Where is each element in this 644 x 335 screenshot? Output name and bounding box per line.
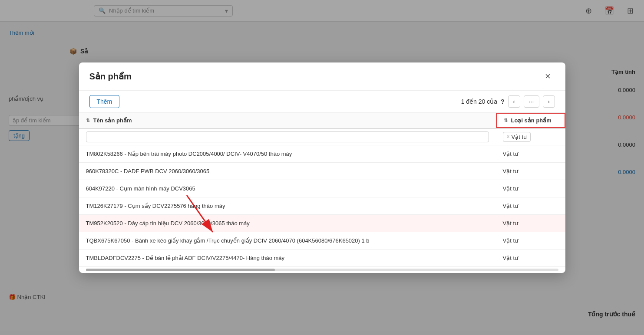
table-row[interactable]: 604K97220 - Cụm màn hình máy DCV3065 Vật… — [79, 180, 565, 197]
dialog-toolbar: Thêm 1 đến 20 của ? ‹ ··· › — [79, 91, 565, 113]
td-product-name: TM126K27179 - Cụm sấy DCV2275576 hàng th… — [79, 197, 496, 214]
th-product-type: ⇅ Loại sản phẩm — [496, 113, 565, 128]
td-product-type: Vật tư — [496, 250, 565, 266]
filter-row: × Vật tư — [79, 129, 565, 145]
filter-name-cell — [79, 129, 496, 145]
them-button[interactable]: Thêm — [89, 95, 120, 108]
dialog-title: Sản phẩm — [89, 71, 132, 82]
td-product-name: TM952K20520 - Dây cáp tín hiệu DCV 2060/… — [79, 215, 496, 232]
prev-page-button[interactable]: ‹ — [508, 95, 520, 108]
filter-type-cell: × Vật tư — [496, 129, 565, 145]
td-product-name: TMBLDADFDCV2275 - Đế bàn lẻ phải ADF DCI… — [79, 250, 496, 266]
horizontal-scrollbar[interactable] — [86, 269, 558, 271]
table-row[interactable]: 960K78320C - DADF PWB DCV 2060/3060/3065… — [79, 163, 565, 180]
products-table: ⇅ Tên sản phẩm ⇅ Loại sản phẩm × Vật tư — [79, 113, 565, 273]
td-product-type: Vật tư — [496, 232, 565, 249]
td-product-type: Vật tư — [496, 145, 565, 162]
td-product-name: 960K78320C - DADF PWB DCV 2060/3060/3065 — [79, 163, 496, 180]
td-product-type: Vật tư — [496, 163, 565, 180]
sort-icon-name: ⇅ — [86, 118, 90, 123]
pagination: 1 đến 20 của ? ‹ ··· › — [461, 95, 555, 108]
close-button[interactable]: × — [541, 69, 555, 83]
next-page-button[interactable]: › — [543, 95, 555, 108]
td-product-name: 604K97220 - Cụm màn hình máy DCV3065 — [79, 180, 496, 197]
dialog-header: Sản phẩm × — [79, 62, 565, 91]
td-product-type: Vật tư — [496, 215, 565, 232]
table-rows: TM802K58266 - Nắp bên trái máy photo DC2… — [79, 145, 565, 267]
pagination-text: 1 đến 20 của ? — [461, 98, 505, 105]
table-row[interactable]: TM126K27179 - Cụm sấy DCV2275576 hàng th… — [79, 197, 565, 215]
table-row[interactable]: TM952K20520 - Dây cáp tín hiệu DCV 2060/… — [79, 215, 565, 232]
td-product-name: TQBX675K67050 - Bánh xe kéo giấy khay gắ… — [79, 232, 496, 249]
th-product-name: ⇅ Tên sản phẩm — [79, 113, 496, 128]
scrollbar-thumb — [86, 269, 275, 271]
td-product-type: Vật tư — [496, 180, 565, 197]
modal-overlay: Sản phẩm × Thêm 1 đến 20 của ? ‹ ··· › ⇅ — [0, 0, 644, 335]
filter-tag-label: Vật tư — [512, 134, 527, 140]
filter-type-tag: × Vật tư — [503, 132, 531, 142]
table-row[interactable]: TQBX675K67050 - Bánh xe kéo giấy khay gắ… — [79, 232, 565, 250]
san-pham-dialog: Sản phẩm × Thêm 1 đến 20 của ? ‹ ··· › ⇅ — [79, 62, 565, 273]
filter-name-input[interactable] — [86, 131, 489, 142]
sort-icon-type: ⇅ — [504, 118, 508, 123]
table-row[interactable]: TM802K58266 - Nắp bên trái máy photo DC2… — [79, 145, 565, 163]
td-product-name: TM802K58266 - Nắp bên trái máy photo DC2… — [79, 145, 496, 162]
filter-tag-remove[interactable]: × — [507, 134, 510, 140]
table-row[interactable]: TMBLDADFDCV2275 - Đế bàn lẻ phải ADF DCI… — [79, 250, 565, 267]
page-dots-button[interactable]: ··· — [524, 95, 539, 108]
td-product-type: Vật tư — [496, 197, 565, 214]
table-header: ⇅ Tên sản phẩm ⇅ Loại sản phẩm — [79, 113, 565, 129]
